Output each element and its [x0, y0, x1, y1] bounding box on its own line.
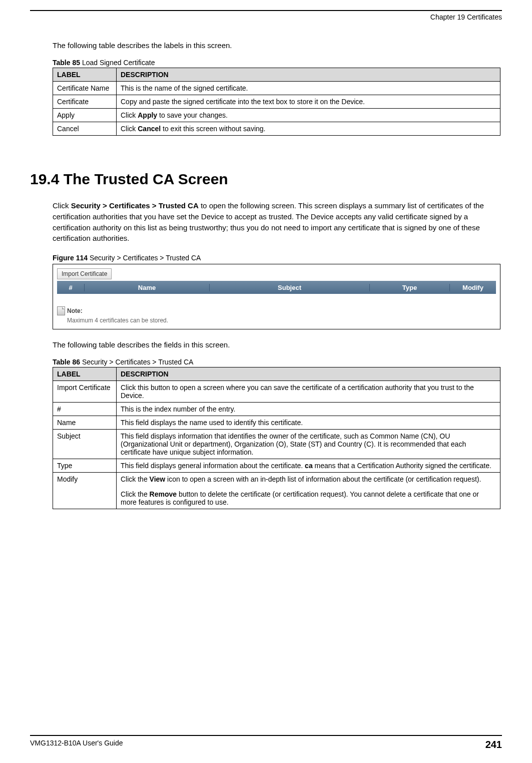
text: means that a Certification Authority sig…	[313, 462, 491, 470]
cell-label: Name	[53, 416, 117, 430]
text: icon to open a screen with an in-depth l…	[165, 475, 481, 483]
figure-caption-bold: Figure 114	[53, 254, 88, 262]
text: Click the	[121, 490, 150, 498]
cell-label: Subject	[53, 430, 117, 459]
text-bold: Remove	[150, 490, 177, 498]
cell-desc: This field displays the name used to ide…	[117, 416, 500, 430]
cell-desc: This is the index number of the entry.	[117, 403, 500, 416]
th-label: LABEL	[53, 68, 117, 82]
figure-note: Note: Maximum 4 certificates can be stor…	[57, 306, 496, 324]
cell-desc: Click this button to open a screen where…	[117, 381, 500, 403]
text-bold: View	[150, 475, 166, 483]
table85: LABEL DESCRIPTION Certificate Name This …	[53, 68, 500, 136]
th-desc: DESCRIPTION	[117, 367, 500, 381]
table85-caption-rest: Load Signed Certificate	[80, 59, 155, 67]
text: Click	[121, 111, 138, 119]
figure-header-row: # Name Subject Type Modify	[57, 281, 496, 294]
intro-text-2: The following table describes the fields…	[53, 340, 502, 349]
table86: LABEL DESCRIPTION Import Certificate Cli…	[53, 367, 500, 509]
cell-label: Certificate Name	[53, 82, 117, 95]
cell-desc: This field displays information that ide…	[117, 430, 500, 459]
cell-desc: Click Apply to save your changes.	[117, 109, 500, 122]
cell-desc: This is the name of the signed certifica…	[117, 82, 500, 95]
table-row: Certificate Copy and paste the signed ce…	[53, 95, 500, 109]
body-paragraph: Click Security > Certificates > Trusted …	[53, 200, 502, 244]
table86-caption-bold: Table 86	[53, 358, 80, 366]
cell-label: #	[53, 403, 117, 416]
text: Click	[121, 125, 138, 133]
text-bold: Security > Certificates > Trusted CA	[71, 201, 199, 210]
table-row: Subject This field displays information …	[53, 430, 500, 459]
table-header-row: LABEL DESCRIPTION	[53, 68, 500, 82]
text: to save your changes.	[157, 111, 228, 119]
cell-desc: This field displays general information …	[117, 459, 500, 473]
note-text: Maximum 4 certificates can be stored.	[67, 317, 496, 324]
figure-caption-rest: Security > Certificates > Trusted CA	[88, 254, 201, 262]
chapter-title: Chapter 19 Certificates	[30, 13, 502, 21]
intro-text-1: The following table describes the labels…	[53, 41, 502, 50]
cell-label: Cancel	[53, 122, 117, 136]
table-row: # This is the index number of the entry.	[53, 403, 500, 416]
figure-114: Import Certificate # Name Subject Type M…	[53, 264, 500, 329]
col-name: Name	[85, 284, 210, 291]
table-row: Apply Click Apply to save your changes.	[53, 109, 500, 122]
page-footer: VMG1312-B10A User's Guide 241	[30, 735, 502, 750]
th-label: LABEL	[53, 367, 117, 381]
table-header-row: LABEL DESCRIPTION	[53, 367, 500, 381]
cell-label: Certificate	[53, 95, 117, 109]
text-bold: ca	[305, 462, 313, 470]
cell-desc: Click the View icon to open a screen wit…	[117, 473, 500, 509]
th-desc: DESCRIPTION	[117, 68, 500, 82]
text-bold: Apply	[138, 111, 157, 119]
table85-caption-bold: Table 85	[53, 59, 80, 67]
text: Click the	[121, 475, 150, 483]
cell-label: Type	[53, 459, 117, 473]
footer-guide: VMG1312-B10A User's Guide	[30, 739, 123, 750]
text-bold: Cancel	[138, 125, 161, 133]
cell-label: Apply	[53, 109, 117, 122]
col-subject: Subject	[210, 284, 370, 291]
col-modify: Modify	[450, 284, 496, 291]
table-row: Cancel Click Cancel to exit this screen …	[53, 122, 500, 136]
table86-caption-rest: Security > Certificates > Trusted CA	[80, 358, 193, 366]
table-row: Name This field displays the name used t…	[53, 416, 500, 430]
page-number: 241	[485, 739, 502, 750]
cell-desc: Click Cancel to exit this screen without…	[117, 122, 500, 136]
section-heading: 19.4 The Trusted CA Screen	[30, 171, 502, 188]
cell-desc: Copy and paste the signed certificate in…	[117, 95, 500, 109]
table-row: Import Certificate Click this button to …	[53, 381, 500, 403]
table-row: Certificate Name This is the name of the…	[53, 82, 500, 95]
import-certificate-button[interactable]: Import Certificate	[57, 268, 112, 279]
table-row: Type This field displays general informa…	[53, 459, 500, 473]
table86-caption: Table 86 Security > Certificates > Trust…	[53, 358, 502, 366]
figure-caption: Figure 114 Security > Certificates > Tru…	[53, 254, 502, 262]
text: Click	[53, 201, 71, 210]
text: This field displays general information …	[121, 462, 305, 470]
text: to exit this screen without saving.	[161, 125, 265, 133]
cell-label: Import Certificate	[53, 381, 117, 403]
col-type: Type	[370, 284, 450, 291]
note-icon	[57, 306, 65, 315]
cell-label: Modify	[53, 473, 117, 509]
table-row: Modify Click the View icon to open a scr…	[53, 473, 500, 509]
note-label: Note:	[67, 307, 83, 314]
col-number: #	[57, 284, 85, 291]
table85-caption: Table 85 Load Signed Certificate	[53, 59, 502, 67]
